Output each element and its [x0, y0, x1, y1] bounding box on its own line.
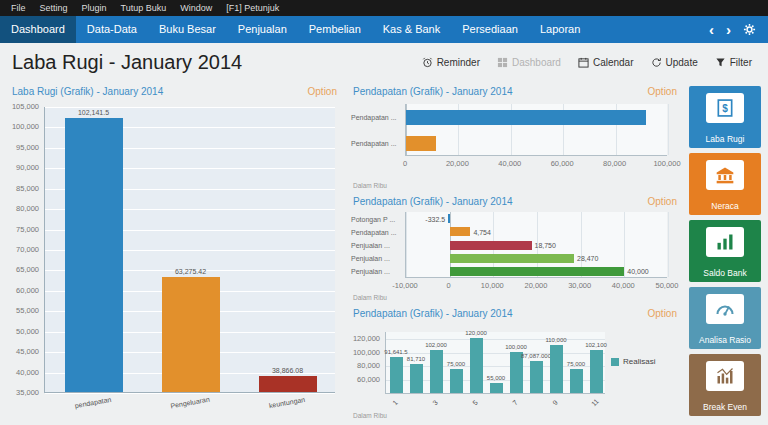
tab-pembelian[interactable]: Pembelian: [298, 16, 372, 43]
action-label: Update: [666, 57, 698, 68]
plot-area: -332.54,75418,75028,47040,000: [405, 212, 667, 278]
bar-value-label: 18,750: [535, 241, 556, 250]
bar-value-label: 87,087.000: [521, 352, 551, 360]
bar: [448, 214, 450, 223]
bar: [259, 376, 317, 392]
category-label: Pendapatan ...: [351, 228, 401, 237]
page-title: Laba Rugi - January 2014: [12, 51, 242, 74]
reminder-button[interactable]: Reminder: [422, 57, 480, 68]
menubar-item-window[interactable]: Window: [173, 0, 219, 16]
y-axis-tick-label: 60,000: [349, 376, 380, 384]
menubar-item-plugin[interactable]: Plugin: [75, 0, 114, 16]
x-axis-tick-label: 10,000: [468, 281, 516, 290]
bar-value-label: 28,470: [577, 254, 598, 263]
tile-analisa-rasio[interactable]: Analisa Rasio: [689, 287, 761, 349]
bar-value-label: 4,754: [473, 228, 491, 237]
calendar-button[interactable]: Calendar: [578, 57, 634, 68]
panel-pendapatan-top-chart: Pendapatan (Grafik) - January 2014 Optio…: [349, 84, 681, 190]
x-axis-tick-label: 30,000: [556, 281, 604, 290]
x-axis-label: 9: [545, 392, 566, 413]
y-axis-tick-label: 100,000: [349, 349, 380, 357]
y-axis-tick-label: 85,000: [8, 185, 39, 193]
menubar-item-setting[interactable]: Setting: [33, 0, 75, 16]
x-axis-label: keuntungan: [258, 393, 315, 412]
settings-gear-icon[interactable]: [743, 23, 756, 36]
x-axis-tick-label: 0: [381, 159, 429, 168]
nav-back-button[interactable]: ‹: [709, 17, 714, 42]
y-axis-tick-label: 70,000: [8, 246, 39, 254]
tab-buku-besar[interactable]: Buku Besar: [148, 16, 227, 43]
y-axis-tick-label: 45,000: [8, 348, 39, 356]
tile-break-even[interactable]: Break Even: [689, 354, 761, 416]
filter-button[interactable]: Filter: [715, 57, 752, 68]
bar-value-label: 75,000: [567, 360, 585, 368]
y-axis-tick-label: 75,000: [8, 226, 39, 234]
tab-dashboard[interactable]: Dashboard: [0, 16, 76, 43]
bar: [450, 227, 471, 236]
action-label: Dashboard: [512, 57, 561, 68]
bar-chart-icon: [706, 227, 744, 257]
panel-laba-rugi-chart: Laba Rugi (Grafik) - January 2014 Option…: [8, 84, 341, 418]
grid-line: [668, 104, 669, 155]
grid-line: [386, 339, 605, 340]
nav-tabs: DashboardData-DataBuku BesarPenjualanPem…: [0, 16, 591, 43]
nav-forward-button[interactable]: ›: [726, 17, 731, 42]
break-even-icon: [706, 361, 744, 391]
bar: [430, 350, 443, 393]
option-link[interactable]: Option: [648, 308, 677, 319]
chart-title: Pendapatan (Grafik) - January 2014: [353, 308, 513, 319]
menubar-item-tutup-buku[interactable]: Tutup Buku: [114, 0, 174, 16]
bar: [450, 241, 532, 250]
alarm-icon: [422, 57, 433, 68]
legend-swatch: [611, 358, 619, 366]
gauge-icon: [706, 294, 744, 324]
y-axis-tick-label: 105,000: [8, 103, 39, 111]
x-axis-label: Pengeluaran: [161, 393, 218, 412]
update-button[interactable]: Update: [651, 57, 698, 68]
svg-text:$: $: [722, 103, 728, 114]
option-link[interactable]: Option: [648, 196, 677, 207]
grid-line: [45, 393, 335, 394]
category-label: Penjualan ...: [351, 254, 401, 263]
x-axis-label: 3: [425, 392, 446, 413]
panel-pendapatan-middle-chart: Pendapatan (Grafik) - January 2014 Optio…: [349, 194, 681, 302]
panel-pendapatan-bottom-chart: Pendapatan (Grafik) - January 2014 Optio…: [349, 306, 681, 420]
x-axis-tick-label: -10,000: [381, 281, 429, 290]
x-axis-label: 5: [465, 392, 486, 413]
tab-persediaan[interactable]: Persediaan: [451, 16, 529, 43]
plot-area: 91,641.581,710102,00075,000120,00055,000…: [385, 332, 605, 394]
menubar-item-f1-petunjuk[interactable]: [F1] Petunjuk: [219, 0, 286, 16]
bank-icon: [706, 160, 744, 190]
bar-value-label: 40,000: [627, 267, 648, 276]
tab-data-data[interactable]: Data-Data: [76, 16, 148, 43]
tile-neraca[interactable]: Neraca: [689, 153, 761, 215]
tile-laba-rugi[interactable]: $Laba Rugi: [689, 86, 761, 148]
grid-line: [624, 212, 625, 277]
y-axis-tick-label: 60,000: [8, 287, 39, 295]
tab-kas-bank[interactable]: Kas & Bank: [372, 16, 451, 43]
x-axis-tick-label: 20,000: [433, 159, 481, 168]
pendapatan-hbar-chart: 020,00040,00060,00080,000100,000Pendapat…: [349, 99, 681, 190]
option-link[interactable]: Option: [648, 86, 677, 97]
bar-value-label: -332.5: [425, 215, 445, 224]
x-axis-label: pendapatan: [64, 393, 121, 412]
bar: [590, 350, 603, 393]
app-window: FileSettingPluginTutup BukuWindow[F1] Pe…: [0, 0, 768, 425]
bar-value-label: 120,000: [465, 329, 487, 337]
bar-value-label: 81,710: [407, 355, 425, 363]
category-label: Potongan P ...: [351, 215, 401, 224]
refresh-icon: [651, 57, 662, 68]
option-link[interactable]: Option: [308, 86, 337, 97]
tab-laporan[interactable]: Laporan: [529, 16, 591, 43]
bar: [162, 277, 220, 393]
y-axis-tick-label: 80,000: [8, 205, 39, 213]
bar-value-label: 38,866.08: [272, 367, 303, 375]
menubar-item-file[interactable]: File: [4, 0, 33, 16]
grid-line: [386, 353, 605, 354]
category-label: Pendapatan ...: [351, 113, 401, 122]
menubar: FileSettingPluginTutup BukuWindow[F1] Pe…: [0, 0, 768, 16]
bar: [450, 369, 463, 393]
tile-saldo-bank[interactable]: Saldo Bank: [689, 220, 761, 282]
y-axis-tick-label: 90,000: [8, 164, 39, 172]
tab-penjualan[interactable]: Penjualan: [227, 16, 298, 43]
